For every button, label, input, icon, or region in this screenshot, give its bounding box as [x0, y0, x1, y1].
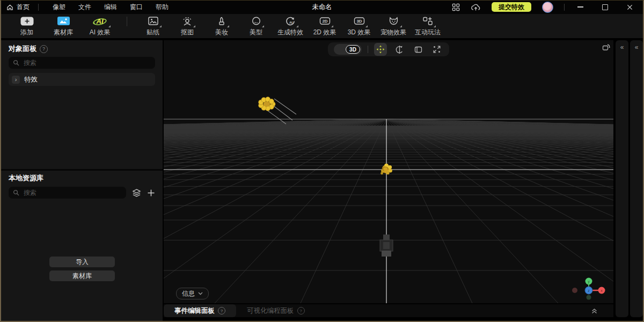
effects-3d-icon: 3D: [354, 16, 365, 27]
bottom-panel-bar: 事件编辑面板 ? 可视化编程面板 ?: [164, 304, 613, 317]
local-library-toolbar: [9, 187, 155, 199]
toolbar-item-cutout[interactable]: 抠图: [172, 16, 203, 37]
dropdown-caret: [365, 25, 368, 27]
toolbar-divider: [127, 17, 127, 26]
titlebar: 首页 像塑 文件 编辑 窗口 帮助 未命名 提交特效: [0, 0, 644, 14]
close-button[interactable]: [621, 0, 638, 14]
mode-toggle-3d[interactable]: 3D: [334, 44, 362, 55]
dropdown-caret: [108, 25, 111, 27]
library-search-input[interactable]: [23, 188, 122, 197]
svg-text:AI: AI: [289, 20, 292, 24]
minimize-icon: [577, 6, 583, 8]
viewport-toolbar-separator: [368, 46, 368, 53]
toolbar-item-pet-effects[interactable]: 宠物效果: [378, 16, 409, 37]
menu-help[interactable]: 帮助: [149, 0, 175, 14]
gizmo-neg-y[interactable]: [587, 295, 591, 300]
toolbar-label: 2D 效果: [313, 28, 336, 37]
menu-file[interactable]: 文件: [72, 0, 98, 14]
help-icon[interactable]: ?: [297, 307, 305, 314]
apps-grid-icon[interactable]: [452, 3, 460, 11]
gizmo-neg-x[interactable]: [572, 288, 577, 293]
home-button[interactable]: 首页: [6, 3, 30, 12]
layers-icon[interactable]: [132, 188, 141, 197]
help-icon[interactable]: ?: [40, 45, 48, 53]
axis-gizmo[interactable]: y x z: [572, 278, 605, 300]
home-label: 首页: [17, 3, 30, 12]
main-toolbar: 添加 素材库 AI AI 效果 贴纸 抠图 美妆 美型 AI 生成特效: [0, 14, 644, 39]
library-search[interactable]: [9, 187, 126, 199]
library-button[interactable]: 素材库: [49, 270, 115, 281]
toolbar-item-sticker[interactable]: 贴纸: [137, 16, 169, 37]
submit-effect-button[interactable]: 提交特效: [492, 2, 531, 12]
orbit-icon: [395, 45, 404, 54]
move-icon: [376, 45, 385, 54]
object-panel-header: 对象面板 ?: [9, 45, 155, 53]
viewport-canvas[interactable]: y x z 3D: [164, 40, 613, 303]
rotate-view-button[interactable]: [602, 43, 611, 54]
tab-label: 事件编辑面板: [174, 306, 215, 316]
pet-effects-icon: [388, 16, 399, 27]
toolbar-item-library[interactable]: 素材库: [47, 16, 80, 37]
object-search[interactable]: [9, 57, 155, 69]
frame-tool[interactable]: [412, 43, 425, 56]
toolbar-label: 宠物效果: [380, 28, 406, 37]
toolbar-label: 素材库: [54, 28, 73, 37]
toolbar-item-makeup[interactable]: 美妆: [206, 16, 237, 37]
toolbar-item-interactive[interactable]: 互动玩法: [412, 16, 443, 37]
toolbar-item-generate-effects[interactable]: AI 生成特效: [275, 16, 306, 37]
toolbar-item-ai-effects[interactable]: AI AI 效果: [83, 16, 116, 37]
dropdown-caret: [159, 25, 162, 27]
tab-visual-programming[interactable]: 可视化编程面板 ?: [236, 304, 316, 317]
tab-event-editor[interactable]: 事件编辑面板 ?: [164, 304, 236, 317]
collapse-panel-button[interactable]: «: [635, 43, 639, 317]
search-icon: [13, 60, 19, 66]
toolbar-label: 3D 效果: [348, 28, 371, 37]
toolbar-item-add[interactable]: 添加: [10, 16, 43, 37]
maximize-button[interactable]: [597, 0, 613, 14]
avatar[interactable]: [542, 2, 553, 13]
expand-tool[interactable]: [430, 43, 443, 56]
minimize-button[interactable]: [572, 0, 588, 14]
toolbar-item-2d-effects[interactable]: 2D 2D 效果: [309, 16, 340, 37]
close-icon: [627, 4, 633, 10]
app-window: 首页 像塑 文件 编辑 窗口 帮助 未命名 提交特效 添加: [0, 0, 644, 322]
toolbar-item-3d-effects[interactable]: 3D 3D 效果: [343, 16, 375, 37]
viewport-toolbar: 3D: [328, 42, 449, 56]
menu-app[interactable]: 像塑: [46, 0, 72, 14]
makeup-icon: [217, 16, 226, 27]
collapsed-panel-1: «: [616, 40, 628, 317]
cutout-icon: [182, 16, 193, 27]
dropdown-caret: [434, 25, 436, 27]
object-search-input[interactable]: [23, 58, 151, 67]
local-library-title: 本地资源库: [9, 173, 43, 183]
collapse-panel-button[interactable]: «: [620, 43, 624, 317]
camera-object[interactable]: [380, 235, 393, 257]
expand-icon: [433, 45, 441, 54]
titlebar-right: 提交特效: [452, 0, 638, 14]
maximize-icon: [602, 4, 608, 10]
flower-particle-object[interactable]: [259, 97, 296, 125]
move-tool[interactable]: [374, 43, 387, 56]
chevron-right-icon[interactable]: ›: [12, 76, 20, 84]
menu-window[interactable]: 窗口: [123, 0, 149, 14]
import-button[interactable]: 导入: [49, 257, 115, 267]
rotate-view-icon: [602, 43, 611, 52]
svg-text:AI: AI: [96, 17, 104, 25]
menu-edit[interactable]: 编辑: [98, 0, 123, 14]
origin-flower-object[interactable]: [380, 164, 392, 175]
cloud-upload-icon[interactable]: [471, 3, 481, 11]
svg-text:3D: 3D: [356, 19, 362, 24]
home-icon: [6, 4, 13, 11]
info-dropdown[interactable]: 信息: [176, 288, 209, 299]
help-icon[interactable]: ?: [218, 307, 225, 314]
toolbar-item-face-shape[interactable]: 美型: [240, 16, 272, 37]
info-label: 信息: [182, 289, 195, 298]
add-asset-icon[interactable]: [147, 189, 155, 197]
tree-item-label: 特效: [24, 75, 38, 84]
dropdown-caret: [227, 25, 229, 27]
tree-item-effect[interactable]: › 特效: [9, 73, 155, 86]
toolbar-label: 美妆: [215, 28, 228, 37]
expand-panel-button[interactable]: [590, 307, 598, 317]
orbit-tool[interactable]: [393, 43, 406, 56]
generate-effects-icon: AI: [285, 16, 296, 27]
